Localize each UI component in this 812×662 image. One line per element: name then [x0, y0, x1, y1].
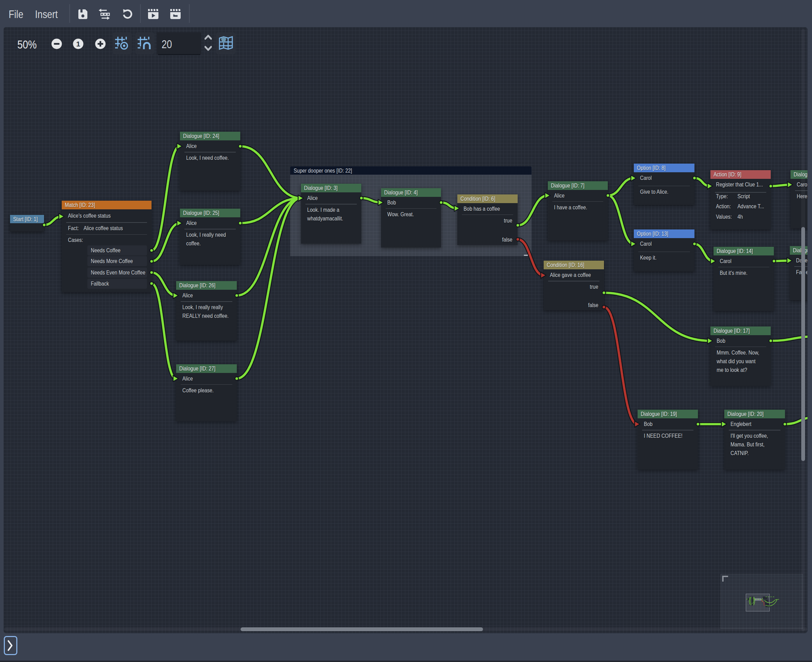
svg-text:1: 1 — [76, 40, 80, 48]
